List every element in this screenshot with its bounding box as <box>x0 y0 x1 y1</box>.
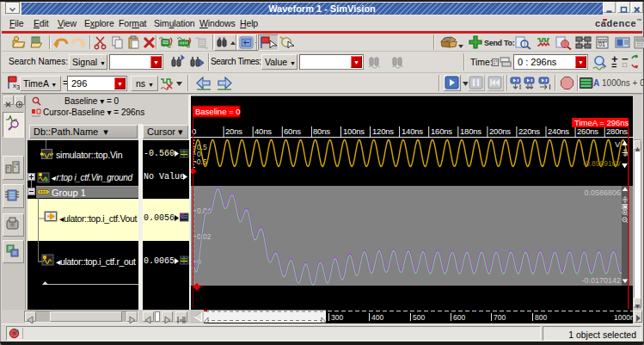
svg-text:200ns: 200ns <box>489 126 511 136</box>
svg-text:280ns: 280ns <box>606 126 628 136</box>
svg-text:1000ns: 1000ns <box>614 313 633 322</box>
svg-text:Baseline = 0: Baseline = 0 <box>195 107 241 116</box>
svg-text:500: 500 <box>413 313 425 322</box>
svg-text:180ns: 180ns <box>460 126 481 136</box>
svg-text:100ns: 100ns <box>343 126 365 136</box>
svg-text:220ns: 220ns <box>518 126 540 136</box>
svg-text:260ns: 260ns <box>577 126 598 136</box>
svg-text:700: 700 <box>494 313 506 322</box>
svg-text:40ns: 40ns <box>255 126 272 136</box>
svg-text:20ns: 20ns <box>225 126 242 136</box>
svg-text:60ns: 60ns <box>284 126 301 136</box>
svg-text:-0.5: -0.5 <box>194 157 207 166</box>
svg-text:160ns: 160ns <box>431 126 452 136</box>
svg-text:0.02: 0.02 <box>197 232 212 241</box>
svg-text:-0.0170142: -0.0170142 <box>581 276 621 285</box>
svg-text:400: 400 <box>371 313 383 322</box>
svg-text:140ns: 140ns <box>402 126 423 136</box>
svg-text:240ns: 240ns <box>548 126 569 136</box>
svg-text:V: V <box>615 139 621 149</box>
svg-text:300: 300 <box>331 313 343 322</box>
svg-text:120ns: 120ns <box>372 126 394 136</box>
svg-text:0.0586806: 0.0586806 <box>584 188 621 197</box>
svg-text:80ns: 80ns <box>313 126 330 136</box>
svg-text:-0.899916V: -0.899916V <box>583 159 621 168</box>
svg-text:0.04: 0.04 <box>197 206 212 215</box>
svg-text:800: 800 <box>535 313 547 322</box>
svg-text:0: 0 <box>192 126 196 136</box>
svg-text:x: x <box>13 82 16 89</box>
svg-text:TimeA = 296ns: TimeA = 296ns <box>574 118 629 127</box>
svg-text:01: 01 <box>598 41 605 47</box>
svg-text:600: 600 <box>453 313 465 322</box>
